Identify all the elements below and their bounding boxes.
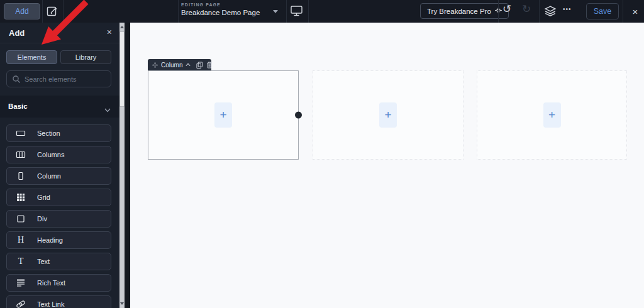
divider: [286, 0, 287, 23]
chevron-up-icon[interactable]: [186, 63, 191, 67]
column-icon: [16, 171, 26, 181]
element-item-label: Section: [37, 129, 60, 137]
element-item-text[interactable]: T Text: [6, 253, 111, 270]
canvas-column-1[interactable]: +: [148, 70, 299, 160]
chevron-down-icon: [104, 104, 111, 115]
section-basic-header[interactable]: Basic: [0, 96, 119, 118]
tab-library[interactable]: Library: [60, 50, 111, 64]
element-item-label: Rich Text: [37, 279, 65, 287]
move-icon[interactable]: [152, 62, 158, 68]
canvas-column-3[interactable]: +: [477, 70, 627, 160]
panel-header: Add ×: [0, 23, 119, 43]
element-item-label: Column: [37, 172, 61, 180]
panel-title: Add: [9, 28, 25, 38]
element-item-label: Text Link: [37, 300, 64, 308]
search-icon: [12, 75, 21, 84]
element-item-column[interactable]: Column: [6, 167, 111, 185]
page-title: Breakdance Demo Page: [181, 9, 260, 16]
element-item-grid[interactable]: Grid: [6, 189, 111, 206]
element-item-label: Heading: [37, 236, 63, 244]
structure-panel-button[interactable]: [544, 5, 557, 18]
divider: [308, 0, 309, 23]
page-switcher[interactable]: EDITING PAGE Breakdance Demo Page: [181, 3, 260, 16]
element-item-text-link[interactable]: Text Link: [6, 295, 111, 308]
monitor-icon: [290, 9, 303, 19]
text-icon: T: [16, 256, 26, 267]
panel-canvas-gap: [125, 23, 130, 308]
divider: [178, 0, 179, 23]
duplicate-icon[interactable]: [196, 62, 203, 69]
element-item-label: Grid: [37, 194, 50, 201]
top-toolbar: Add EDITING PAGE Breakdance Demo Page Tr…: [0, 0, 644, 23]
element-item-label: Text: [37, 258, 50, 265]
search-input[interactable]: [25, 72, 109, 86]
try-pro-label: Try Breakdance Pro: [427, 8, 491, 15]
editing-page-label: EDITING PAGE: [181, 3, 260, 7]
delete-icon[interactable]: [206, 62, 213, 69]
element-item-label: Div: [37, 215, 47, 223]
tab-elements[interactable]: Elements: [6, 50, 57, 64]
add-button[interactable]: Add: [4, 3, 40, 19]
try-pro-button[interactable]: Try Breakdance Pro: [420, 3, 509, 19]
add-element-button[interactable]: +: [543, 102, 561, 128]
grid-icon: [16, 192, 26, 202]
divider: [498, 0, 499, 23]
chevron-down-icon[interactable]: [273, 10, 278, 13]
scroll-up-arrow-icon[interactable]: [120, 26, 124, 28]
canvas-column-2[interactable]: +: [313, 70, 464, 160]
badge-label: Column: [161, 62, 182, 69]
column-resize-handle[interactable]: [295, 112, 302, 119]
divider: [63, 0, 64, 23]
add-elements-panel: Add × Elements Library Basic Section: [0, 23, 119, 308]
rich-text-icon: [16, 278, 26, 288]
sidebar-scrollbar[interactable]: [119, 23, 125, 308]
section-title: Basic: [8, 102, 28, 110]
element-item-section[interactable]: Section: [6, 124, 111, 142]
divider: [623, 0, 623, 23]
divider: [42, 0, 43, 23]
element-item-label: Columns: [37, 151, 64, 158]
element-item-div[interactable]: Div: [6, 210, 111, 228]
pencil-square-icon: [46, 9, 58, 19]
div-icon: [16, 214, 26, 224]
more-options-button[interactable]: •••: [563, 6, 572, 13]
close-builder-button[interactable]: ×: [630, 5, 641, 18]
editor-canvas[interactable]: Column + + +: [130, 23, 644, 308]
element-item-columns[interactable]: Columns: [6, 146, 111, 163]
scroll-down-arrow-icon[interactable]: [120, 302, 124, 305]
element-item-rich-text[interactable]: Rich Text: [6, 274, 111, 292]
heading-icon: H: [16, 235, 26, 245]
divider: [539, 0, 540, 23]
search-box: [6, 70, 111, 87]
scrollbar-thumb[interactable]: [119, 31, 125, 107]
redo-button[interactable]: ↻: [522, 4, 531, 14]
responsive-preview-button[interactable]: [290, 5, 303, 17]
close-panel-button[interactable]: ×: [107, 27, 112, 37]
columns-icon: [16, 150, 26, 160]
edit-page-button[interactable]: [45, 4, 59, 18]
layers-icon: [544, 10, 557, 19]
add-element-button[interactable]: +: [379, 102, 397, 128]
element-item-heading[interactable]: H Heading: [6, 231, 111, 249]
selected-element-badge[interactable]: Column: [148, 59, 211, 70]
add-element-button[interactable]: +: [214, 102, 232, 128]
section-icon: [16, 128, 26, 138]
save-button[interactable]: Save: [586, 3, 619, 19]
text-link-icon: [16, 299, 26, 308]
undo-button[interactable]: ↺: [502, 4, 511, 14]
